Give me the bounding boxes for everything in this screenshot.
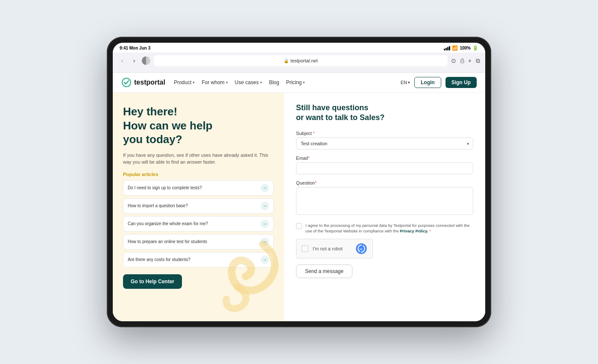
- nav-product-label: Product: [174, 79, 191, 85]
- subject-select-wrapper: Test creation ▾: [296, 138, 473, 150]
- recaptcha-row: I'm not a robot rC: [296, 239, 473, 258]
- nav-usecases[interactable]: Use cases ▾: [235, 79, 262, 85]
- share-button[interactable]: ⎙: [460, 57, 464, 64]
- bar1: [444, 49, 445, 50]
- privacy-link[interactable]: Privacy Policy.: [400, 229, 428, 233]
- browser-chrome: ‹ › 🔒 testportal.net ⊙ ⎙ + ⧉: [113, 53, 485, 73]
- address-bar[interactable]: 🔒 testportal.net: [154, 55, 448, 66]
- tabs-button[interactable]: ⧉: [476, 57, 480, 65]
- status-left: 9:41 Mon Jun 3: [120, 46, 150, 50]
- subject-required: *: [312, 131, 315, 136]
- article-text-0: Do I need to sign up to complete tests?: [128, 185, 202, 190]
- popular-label: Popular articles: [123, 172, 274, 177]
- forwhom-chevron: ▾: [226, 80, 228, 85]
- question-label: Question*: [296, 180, 473, 185]
- main-content: Hey there!How can we helpyou today? If y…: [113, 93, 485, 321]
- browser-actions: ⊙ ⎙ + ⧉: [451, 57, 480, 65]
- email-label: Email*: [296, 156, 473, 161]
- consent-required: *: [429, 229, 431, 233]
- article-text-1: How to import a question base?: [128, 203, 188, 208]
- recaptcha-label: I'm not a robot: [313, 246, 351, 251]
- bar4: [449, 46, 450, 50]
- subject-group: Subject * Test creation ▾: [296, 131, 473, 150]
- subject-label: Subject *: [296, 131, 473, 136]
- usecases-chevron: ▾: [260, 80, 262, 85]
- right-panel: Still have questionsor want to talk to S…: [284, 93, 485, 321]
- bar3: [447, 47, 448, 50]
- article-arrow-0: →: [261, 184, 269, 192]
- nav-pricing-label: Pricing: [286, 79, 302, 85]
- subject-select[interactable]: Test creation: [296, 138, 473, 150]
- signal-bars: [444, 46, 450, 50]
- article-text-4: Are there any costs for students?: [128, 257, 191, 262]
- question-textarea[interactable]: [296, 187, 473, 215]
- lock-icon: 🔒: [284, 59, 289, 63]
- forward-button[interactable]: ›: [130, 56, 138, 65]
- article-text-2: Can you organize the whole exam for me?: [128, 221, 208, 226]
- form-title: Still have questionsor want to talk to S…: [296, 103, 473, 123]
- swirl-decoration: [211, 236, 280, 313]
- nav-pricing[interactable]: Pricing ▾: [286, 79, 305, 85]
- history-button[interactable]: ⊙: [451, 57, 456, 64]
- nav-blog-label: Blog: [269, 79, 279, 85]
- back-button[interactable]: ‹: [118, 56, 126, 65]
- battery-icon: 🔋: [472, 45, 478, 51]
- nav-product[interactable]: Product ▾: [174, 79, 195, 85]
- tablet-frame: 9:41 Mon Jun 3 📶 100% 🔋 ‹ ›: [107, 37, 491, 327]
- recaptcha-checkbox[interactable]: [302, 245, 308, 252]
- site-nav: testportal Product ▾ For whom ▾ Use case…: [113, 73, 485, 93]
- signup-button[interactable]: Sign Up: [446, 77, 477, 88]
- language-selector[interactable]: EN ▾: [401, 80, 410, 85]
- article-arrow-1: →: [261, 202, 269, 210]
- article-text-3: How to prepare an online test for studen…: [128, 239, 207, 244]
- bar2: [446, 48, 447, 50]
- email-group: Email*: [296, 156, 473, 174]
- consent-checkbox[interactable]: [296, 223, 302, 229]
- email-input[interactable]: [296, 162, 473, 174]
- tablet-screen: 9:41 Mon Jun 3 📶 100% 🔋 ‹ ›: [113, 43, 485, 321]
- article-item[interactable]: Can you organize the whole exam for me? …: [123, 216, 274, 232]
- article-item[interactable]: How to import a question base? →: [123, 198, 274, 214]
- lang-label: EN: [401, 80, 407, 85]
- lang-chevron: ▾: [408, 80, 410, 85]
- send-message-button[interactable]: Send a message: [296, 264, 352, 278]
- logo-text: testportal: [134, 79, 165, 86]
- pricing-chevron: ▾: [303, 80, 305, 85]
- help-center-button[interactable]: Go to Help Center: [123, 274, 182, 289]
- recaptcha-box[interactable]: I'm not a robot rC: [296, 239, 373, 258]
- browser-nav: ‹ › 🔒 testportal.net ⊙ ⎙ + ⧉: [118, 55, 480, 66]
- reader-icon[interactable]: [142, 56, 150, 65]
- status-time: 9:41 Mon Jun 3: [120, 46, 150, 50]
- battery-level: 100%: [460, 46, 471, 50]
- status-bar: 9:41 Mon Jun 3 📶 100% 🔋: [113, 43, 485, 53]
- hero-subtitle: If you have any question, see if other u…: [123, 152, 274, 166]
- url-text: testportal.net: [290, 58, 318, 63]
- logo-icon: [121, 77, 132, 88]
- consent-row: I agree to the processing of my personal…: [296, 223, 473, 234]
- left-panel: Hey there!How can we helpyou today? If y…: [113, 93, 284, 321]
- question-required: *: [315, 180, 317, 185]
- svg-text:rC: rC: [360, 248, 363, 251]
- article-arrow-2: →: [261, 220, 269, 228]
- email-required: *: [308, 156, 310, 161]
- article-item[interactable]: Do I need to sign up to complete tests? …: [123, 180, 274, 196]
- hero-title: Hey there!How can we helpyou today?: [123, 105, 274, 147]
- question-group: Question*: [296, 180, 473, 217]
- logo[interactable]: testportal: [121, 77, 165, 88]
- new-tab-button[interactable]: +: [468, 57, 472, 64]
- nav-forwhom-label: For whom: [202, 79, 224, 85]
- status-right: 📶 100% 🔋: [444, 45, 478, 51]
- nav-links: Product ▾ For whom ▾ Use cases ▾ Blog Pr…: [174, 79, 392, 85]
- nav-usecases-label: Use cases: [235, 79, 259, 85]
- recaptcha-logo: rC: [355, 243, 367, 255]
- nav-forwhom[interactable]: For whom ▾: [202, 79, 228, 85]
- nav-actions: EN ▾ Login Sign Up: [401, 77, 477, 88]
- login-button[interactable]: Login: [414, 77, 441, 88]
- consent-text: I agree to the processing of my personal…: [305, 223, 473, 234]
- nav-blog[interactable]: Blog: [269, 79, 279, 85]
- product-chevron: ▾: [193, 80, 195, 85]
- wifi-icon: 📶: [452, 45, 458, 51]
